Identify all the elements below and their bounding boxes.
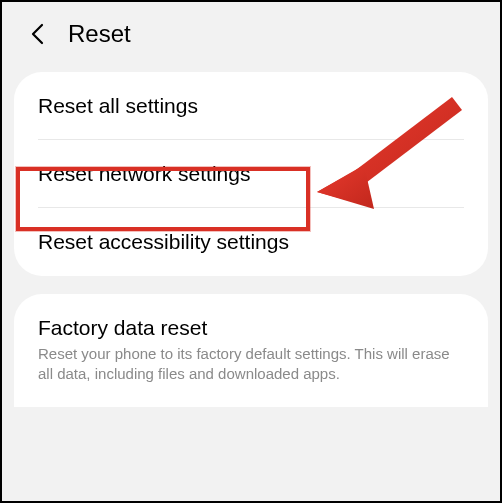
list-item-title: Factory data reset (38, 316, 464, 340)
list-item-subtitle: Reset your phone to its factory default … (38, 344, 464, 385)
back-icon[interactable] (26, 23, 48, 45)
list-item-title: Reset accessibility settings (38, 230, 464, 254)
list-item-title: Reset all settings (38, 94, 464, 118)
header-bar: Reset (2, 2, 500, 72)
reset-all-settings[interactable]: Reset all settings (14, 72, 488, 140)
page-title: Reset (68, 20, 131, 48)
reset-accessibility-settings[interactable]: Reset accessibility settings (14, 208, 488, 276)
reset-network-settings[interactable]: Reset network settings (14, 140, 488, 208)
factory-data-reset[interactable]: Factory data reset Reset your phone to i… (14, 294, 488, 407)
list-item-title: Reset network settings (38, 162, 464, 186)
factory-reset-card: Factory data reset Reset your phone to i… (14, 294, 488, 407)
reset-options-card: Reset all settings Reset network setting… (14, 72, 488, 276)
